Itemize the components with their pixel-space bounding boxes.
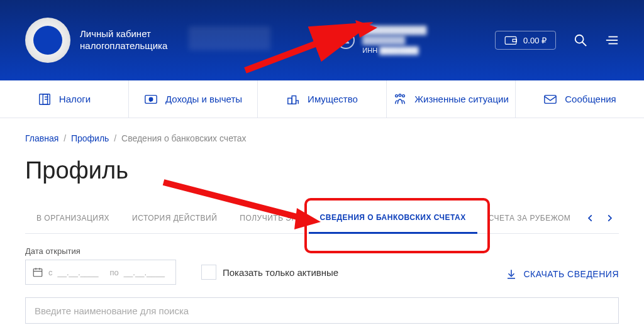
svg-point-19 (399, 94, 401, 96)
tab-history[interactable]: ИСТОРИЯ ДЕЙСТВИЙ (121, 204, 228, 233)
date-to-prefix: по (110, 268, 119, 277)
fns-emblem-icon (25, 18, 70, 63)
user-avatar-icon (337, 31, 355, 49)
svg-point-3 (575, 35, 584, 43)
header-actions: 0.00 ₽ (495, 31, 619, 50)
svg-line-4 (582, 42, 586, 46)
download-button[interactable]: СКАЧАТЬ СВЕДЕНИЯ (506, 268, 619, 280)
date-open-label: Дата открытия (25, 246, 176, 256)
tab-bank-accounts[interactable]: СВЕДЕНИЯ О БАНКОВСКИХ СЧЕТАХ (309, 203, 477, 234)
svg-rect-20 (545, 95, 556, 103)
tab-scroll-nav (586, 214, 619, 223)
nav-situations[interactable]: Жизненные ситуации (387, 80, 516, 118)
chevron-left-icon[interactable] (586, 214, 595, 223)
breadcrumb-home[interactable]: Главная (25, 133, 58, 143)
user-block[interactable]: ████████████ ████████ ИНН ████████ (337, 25, 426, 56)
messages-icon (543, 92, 557, 106)
svg-rect-21 (33, 269, 42, 277)
app-title-line2: налогоплательщика (80, 40, 167, 52)
filter-form: Дата открытия с __.__.____ по __.__.____… (25, 234, 619, 324)
app-title: Личный кабинет налогоплательщика (80, 28, 167, 52)
tab-organizations[interactable]: В ОРГАНИЗАЦИЯХ (25, 204, 121, 233)
app-header: Личный кабинет налогоплательщика ███████… (0, 0, 644, 80)
breadcrumb-sep: / (114, 133, 116, 143)
date-from-value: __.__.____ (58, 268, 99, 277)
user-info: ████████████ ████████ ИНН ████████ (362, 25, 426, 56)
date-from-prefix: с (48, 268, 53, 277)
logo-block: Личный кабинет налогоплательщика (25, 18, 167, 63)
app-title-line1: Личный кабинет (80, 28, 167, 40)
content: Главная / Профиль / Сведения о банковски… (0, 118, 644, 324)
property-icon (286, 92, 300, 106)
user-inn: ИНН ████████ (362, 46, 426, 55)
nav-messages[interactable]: Сообщения (516, 80, 644, 118)
breadcrumb-current: Сведения о банковских счетах (121, 133, 246, 143)
wallet-icon (504, 35, 517, 45)
situations-icon (393, 92, 407, 106)
taxes-icon (38, 92, 52, 106)
tab-get-signature[interactable]: ПОЛУЧИТЬ ЭП (228, 204, 308, 233)
calendar-icon (32, 267, 43, 278)
nav-property[interactable]: Имущество (258, 80, 387, 118)
user-name: ████████████ (362, 25, 426, 36)
svg-point-0 (345, 37, 348, 40)
download-label: СКАЧАТЬ СВЕДЕНИЯ (523, 269, 619, 279)
search-placeholder: Введите наименование для поиска (35, 305, 189, 316)
breadcrumb-sep: / (64, 133, 66, 143)
nav-income[interactable]: ₽ Доходы и вычеты (129, 80, 258, 118)
nav-taxes-label: Налоги (59, 94, 91, 104)
breadcrumb-profile[interactable]: Профиль (71, 133, 109, 143)
nav-situations-label: Жизненные ситуации (414, 94, 509, 104)
svg-rect-1 (505, 36, 516, 44)
active-only-label: Показать только активные (223, 267, 338, 278)
search-name-input[interactable]: Введите наименование для поиска (25, 297, 619, 324)
nav-property-label: Имущество (308, 94, 358, 104)
nav-messages-label: Сообщения (565, 94, 616, 104)
active-only-checkbox[interactable] (201, 265, 216, 280)
nav-income-label: Доходы и вычеты (165, 94, 242, 104)
redacted-block (189, 26, 270, 50)
profile-tabs: В ОРГАНИЗАЦИЯХ ИСТОРИЯ ДЕЙСТВИЙ ПОЛУЧИТЬ… (25, 203, 619, 234)
date-open-block: Дата открытия с __.__.____ по __.__.____ (25, 246, 176, 285)
svg-rect-16 (292, 96, 296, 104)
user-sub: ████████ (362, 35, 426, 46)
income-icon: ₽ (144, 92, 158, 106)
svg-point-17 (396, 94, 398, 97)
top-nav: Налоги ₽ Доходы и вычеты Имущество Жизне… (0, 80, 644, 118)
page-title: Профиль (25, 157, 619, 184)
menu-icon[interactable] (605, 33, 619, 47)
wallet-balance[interactable]: 0.00 ₽ (495, 31, 556, 50)
date-range-input[interactable]: с __.__.____ по __.__.____ (25, 260, 176, 285)
download-icon (506, 268, 517, 280)
svg-point-18 (402, 94, 405, 97)
active-only-row[interactable]: Показать только активные (201, 265, 338, 280)
nav-taxes[interactable]: Налоги (0, 80, 129, 118)
svg-rect-15 (288, 98, 292, 104)
breadcrumb: Главная / Профиль / Сведения о банковски… (25, 133, 619, 143)
search-icon[interactable] (574, 33, 587, 47)
balance-value: 0.00 ₽ (523, 36, 547, 45)
tab-foreign-accounts[interactable]: СЧЕТА ЗА РУБЕЖОМ (477, 204, 582, 233)
date-to-value: __.__.____ (124, 268, 165, 277)
chevron-right-icon[interactable] (605, 214, 614, 223)
